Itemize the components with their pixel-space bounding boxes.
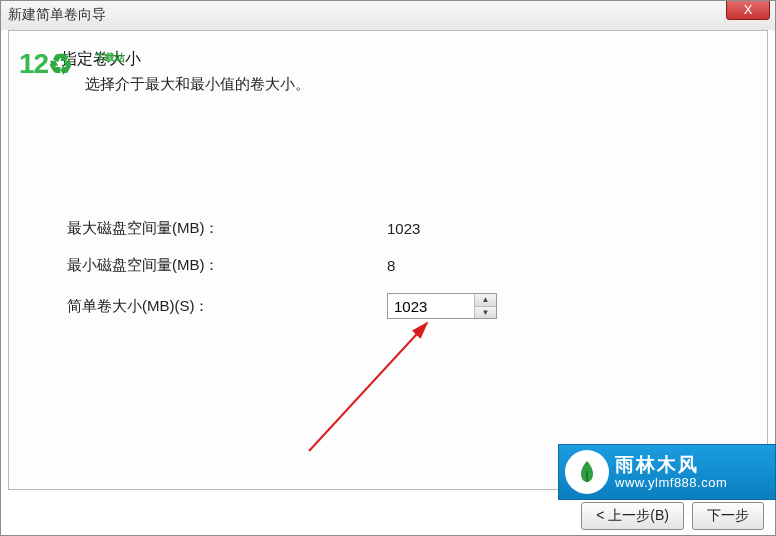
brand-logo-icon: [565, 450, 609, 494]
max-disk-value: 1023: [387, 220, 507, 237]
spinner-up-button[interactable]: ▲: [475, 294, 496, 307]
wizard-buttons: < 上一步(B) 下一步: [581, 502, 764, 530]
close-icon: X: [744, 2, 753, 17]
volume-size-spinner[interactable]: ▲ ▼: [387, 293, 497, 319]
min-disk-row: 最小磁盘空间量(MB)： 8: [67, 256, 739, 275]
brand-name: 雨林木风: [615, 455, 727, 474]
volume-size-label: 简单卷大小(MB)(S)：: [67, 297, 387, 316]
close-button[interactable]: X: [726, 0, 770, 20]
spinner-down-button[interactable]: ▼: [475, 307, 496, 319]
min-disk-value: 8: [387, 257, 507, 274]
volume-size-row: 简单卷大小(MB)(S)： ▲ ▼: [67, 293, 739, 319]
watermark-121: 12♻: [19, 47, 72, 80]
max-disk-label: 最大磁盘空间量(MB)：: [67, 219, 387, 238]
window-title: 新建简单卷向导: [8, 6, 106, 24]
brand-banner: 雨林木风 www.ylmf888.com: [558, 444, 776, 500]
titlebar: 新建简单卷向导 X: [0, 0, 776, 30]
brand-url: www.ylmf888.com: [615, 476, 727, 489]
volume-size-input[interactable]: [388, 294, 474, 318]
svg-line-1: [309, 323, 427, 451]
wizard-content: 12♻ 下载站 指定卷大小 选择介于最大和最小值的卷大小。 最大磁盘空间量(MB…: [8, 30, 768, 490]
watermark-small: 下载站: [95, 51, 125, 65]
annotation-arrow: [299, 301, 469, 471]
min-disk-label: 最小磁盘空间量(MB)：: [67, 256, 387, 275]
back-button[interactable]: < 上一步(B): [581, 502, 684, 530]
next-button[interactable]: 下一步: [692, 502, 764, 530]
form-area: 最大磁盘空间量(MB)： 1023 最小磁盘空间量(MB)： 8 简单卷大小(M…: [67, 219, 739, 319]
section-subtitle: 选择介于最大和最小值的卷大小。: [85, 75, 310, 94]
max-disk-row: 最大磁盘空间量(MB)： 1023: [67, 219, 739, 238]
recycle-icon: ♻: [48, 48, 72, 81]
